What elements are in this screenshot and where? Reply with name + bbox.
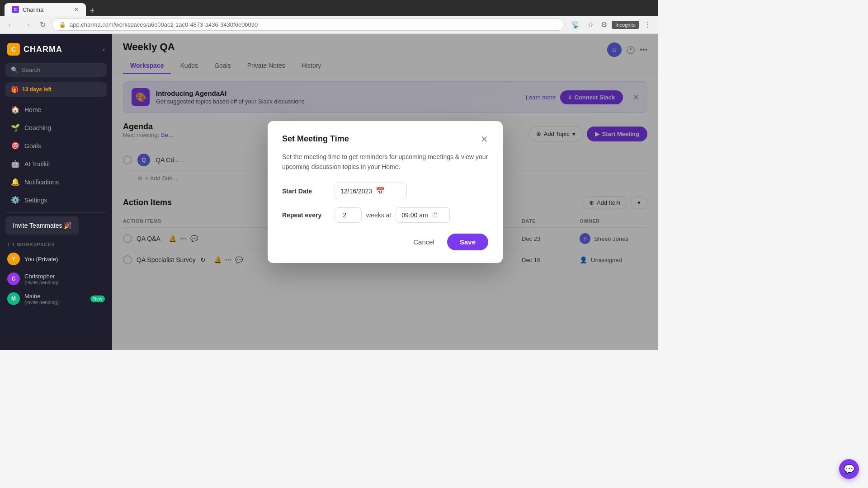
workspace-name: Christopher	[24, 273, 59, 280]
repeat-weeks-input[interactable]	[335, 207, 362, 223]
goals-icon: 🎯	[11, 141, 20, 150]
sidebar-item-label: Notifications	[24, 178, 59, 186]
browser-tabs: C Charma ✕ +	[0, 0, 658, 16]
workspace-avatar: C	[7, 272, 20, 285]
sidebar-nav: 🏠 Home 🌱 Coaching 🎯 Goals 🤖 AI Toolkit 🔔…	[0, 100, 112, 345]
browser-toolbar: ← → ↻ 🔒 app.charma.com/workspaces/a6e00a…	[0, 16, 658, 34]
set-meeting-time-modal: Set Meeting Time ✕ Set the meeting time …	[268, 121, 503, 263]
workspace-name: You (Private)	[24, 256, 58, 263]
url-text: app.charma.com/workspaces/a6e00ac2-1ac0-…	[70, 21, 258, 28]
tab-title: Charma	[23, 6, 43, 13]
back-btn[interactable]: ←	[5, 19, 17, 31]
repeat-row: weeks at 09:00 am ⏱	[335, 207, 488, 223]
search-button[interactable]: 🔍 Search	[5, 63, 107, 77]
sidebar-item-coaching[interactable]: 🌱 Coaching	[4, 119, 108, 136]
sidebar: C CHARMA ‹ 🔍 Search 🎁 13 days left 🏠 Hom…	[0, 34, 112, 350]
workspace-avatar: M	[7, 292, 20, 305]
workspaces-label: 1:1 Workspaces	[0, 238, 112, 249]
more-options-btn[interactable]: ⋮	[641, 19, 654, 31]
workspace-item-private[interactable]: Y You (Private)	[0, 249, 112, 269]
workspace-item-maine[interactable]: M Maine (Invite pending) New	[0, 289, 112, 309]
notifications-icon: 🔔	[11, 178, 20, 186]
time-input[interactable]: 09:00 am ⏱	[396, 207, 450, 223]
sidebar-item-goals[interactable]: 🎯 Goals	[4, 137, 108, 155]
modal-overlay[interactable]: Set Meeting Time ✕ Set the meeting time …	[112, 34, 658, 350]
active-tab[interactable]: C Charma ✕	[5, 3, 86, 16]
forward-btn[interactable]: →	[21, 19, 33, 31]
workspace-info: Maine (Invite pending)	[24, 293, 59, 305]
sidebar-item-notifications[interactable]: 🔔 Notifications	[4, 173, 108, 191]
invite-label: Invite Teammates 🎉	[13, 222, 71, 229]
workspace-name: Maine	[24, 293, 59, 300]
cast-icon[interactable]: 📡	[568, 19, 583, 31]
modal-close-button[interactable]: ✕	[481, 134, 488, 145]
sidebar-item-label: Goals	[24, 142, 41, 150]
sidebar-collapse-btn[interactable]: ‹	[103, 46, 105, 53]
sidebar-item-label: Coaching	[24, 124, 51, 131]
repeat-label: Repeat every	[282, 211, 327, 219]
search-icon: 🔍	[11, 66, 18, 73]
sidebar-logo: C CHARMA ‹	[0, 39, 112, 63]
app: C CHARMA ‹ 🔍 Search 🎁 13 days left 🏠 Hom…	[0, 34, 658, 350]
workspace-sub: (Invite pending)	[24, 300, 59, 305]
modal-description: Set the meeting time to get reminders fo…	[282, 152, 488, 172]
modal-title: Set Meeting Time	[282, 134, 349, 144]
reload-btn[interactable]: ↻	[37, 19, 48, 31]
workspace-new-badge: New	[90, 296, 105, 302]
trial-banner: 🎁 13 days left	[5, 82, 107, 97]
sidebar-item-label: Settings	[24, 197, 47, 204]
save-button[interactable]: Save	[447, 234, 488, 250]
date-value: 12/16/2023	[340, 188, 372, 195]
toolbar-icons: 📡 ☆ ⚙ Incognito ⋮	[568, 19, 654, 31]
incognito-badge: Incognito	[612, 21, 639, 29]
workspace-item-christopher[interactable]: C Christopher (Invite pending)	[0, 269, 112, 289]
bookmark-icon[interactable]: ☆	[585, 19, 596, 31]
new-tab-btn[interactable]: +	[90, 5, 95, 16]
sidebar-divider	[5, 212, 107, 213]
tab-close-btn[interactable]: ✕	[74, 6, 79, 13]
sidebar-item-home[interactable]: 🏠 Home	[4, 101, 108, 118]
start-date-field: Start Date 12/16/2023 📅	[282, 183, 488, 199]
logo-text: CHARMA	[24, 45, 62, 54]
invite-teammates-button[interactable]: Invite Teammates 🎉	[5, 216, 79, 235]
workspace-info: You (Private)	[24, 256, 58, 263]
sidebar-item-label: Home	[24, 106, 41, 113]
date-input[interactable]: 12/16/2023 📅	[335, 183, 407, 199]
logo-icon: C	[7, 43, 20, 56]
trial-icon: 🎁	[11, 86, 19, 93]
clock-icon: ⏱	[432, 211, 438, 219]
search-label: Search	[22, 66, 40, 73]
sidebar-item-label: AI Toolkit	[24, 160, 50, 168]
address-bar[interactable]: 🔒 app.charma.com/workspaces/a6e00ac2-1ac…	[52, 19, 565, 31]
sidebar-item-settings[interactable]: ⚙️ Settings	[4, 191, 108, 209]
extension-icon[interactable]: ⚙	[598, 19, 610, 31]
workspace-sub: (Invite pending)	[24, 280, 59, 285]
modal-header: Set Meeting Time ✕	[282, 134, 488, 145]
workspace-avatar: Y	[7, 253, 20, 265]
main-content-area: Weekly QA U 🕐 ••• Workspace Kudos Goals …	[112, 34, 658, 350]
tab-favicon: C	[12, 6, 19, 13]
cancel-button[interactable]: Cancel	[406, 235, 442, 249]
workspace-info: Christopher (Invite pending)	[24, 273, 59, 285]
coaching-icon: 🌱	[11, 123, 20, 132]
time-value: 09:00 am	[401, 211, 428, 219]
repeat-field: Repeat every weeks at 09:00 am ⏱	[282, 207, 488, 223]
sidebar-item-ai-toolkit[interactable]: 🤖 AI Toolkit	[4, 155, 108, 173]
home-icon: 🏠	[11, 105, 20, 114]
calendar-icon: 📅	[376, 187, 385, 195]
trial-text: 13 days left	[22, 86, 52, 93]
weeks-at-label: weeks at	[366, 211, 391, 219]
ai-icon: 🤖	[11, 160, 20, 168]
start-date-label: Start Date	[282, 188, 327, 195]
settings-icon: ⚙️	[11, 196, 20, 204]
modal-actions: Cancel Save	[282, 234, 488, 250]
lock-icon: 🔒	[59, 21, 66, 28]
